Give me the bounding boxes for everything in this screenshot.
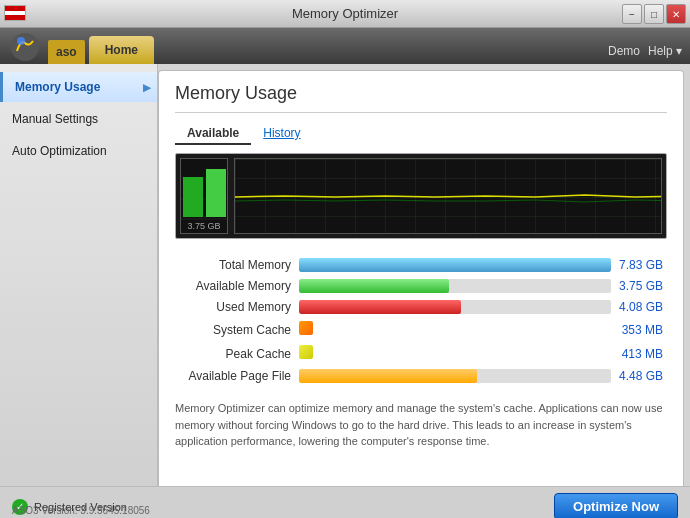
nav-bar: aso Home Demo Help ▾ bbox=[0, 28, 690, 64]
mem-label-system-cache: System Cache bbox=[175, 319, 295, 340]
nav-tab-home[interactable]: Home bbox=[89, 36, 154, 64]
description-text: Memory Optimizer can optimize memory and… bbox=[175, 400, 667, 450]
system-cache-icon bbox=[299, 321, 313, 335]
title-bar: Memory Optimizer − □ ✕ bbox=[0, 0, 690, 28]
table-row: Peak Cache 413 MB bbox=[175, 343, 667, 364]
sidebar-label-auto-optimization: Auto Optimization bbox=[12, 144, 107, 158]
svg-rect-5 bbox=[183, 177, 203, 217]
mem-label-total: Total Memory bbox=[175, 256, 295, 274]
app-icon bbox=[8, 30, 42, 64]
sidebar-label-memory-usage: Memory Usage bbox=[15, 80, 100, 94]
svg-point-1 bbox=[17, 37, 25, 45]
nav-links: Demo Help ▾ bbox=[608, 44, 682, 58]
table-row: Available Memory 3.75 GB bbox=[175, 277, 667, 295]
main-chart bbox=[234, 158, 662, 234]
bottom-bar: ✓ Registered Version Optimize Now Check … bbox=[0, 486, 690, 518]
mem-value-available: 3.75 GB bbox=[615, 277, 667, 295]
mem-value-page-file: 4.48 GB bbox=[615, 367, 667, 385]
svg-rect-6 bbox=[206, 169, 226, 217]
main-area: Memory Usage ▶ Manual Settings Auto Opti… bbox=[0, 64, 690, 486]
content-tabs: Available History bbox=[175, 123, 667, 145]
flag-icon bbox=[4, 5, 26, 21]
mem-label-available: Available Memory bbox=[175, 277, 295, 295]
page-title: Memory Usage bbox=[175, 83, 667, 113]
sidebar: Memory Usage ▶ Manual Settings Auto Opti… bbox=[0, 64, 158, 486]
maximize-button[interactable]: □ bbox=[644, 4, 664, 24]
tab-history[interactable]: History bbox=[251, 123, 312, 145]
mem-value-used: 4.08 GB bbox=[615, 298, 667, 316]
mini-chart-label: 3.75 GB bbox=[181, 221, 227, 231]
peak-cache-icon bbox=[299, 345, 313, 359]
table-row: Used Memory 4.08 GB bbox=[175, 298, 667, 316]
window-controls: − □ ✕ bbox=[622, 4, 686, 24]
mem-value-system-cache: 353 MB bbox=[615, 319, 667, 340]
optimize-now-button[interactable]: Optimize Now bbox=[554, 493, 678, 518]
mem-label-page-file: Available Page File bbox=[175, 367, 295, 385]
sidebar-label-manual-settings: Manual Settings bbox=[12, 112, 98, 126]
tab-available[interactable]: Available bbox=[175, 123, 251, 145]
chevron-right-icon: ▶ bbox=[143, 82, 151, 93]
table-row: System Cache 353 MB bbox=[175, 319, 667, 340]
nav-brand: aso bbox=[48, 40, 85, 64]
memory-stats-table: Total Memory 7.83 GB Available Memory bbox=[175, 253, 667, 388]
mem-value-total: 7.83 GB bbox=[615, 256, 667, 274]
demo-link[interactable]: Demo bbox=[608, 44, 640, 58]
help-link[interactable]: Help ▾ bbox=[648, 44, 682, 58]
mem-value-peak-cache: 413 MB bbox=[615, 343, 667, 364]
sidebar-item-auto-optimization[interactable]: Auto Optimization bbox=[0, 136, 157, 166]
sidebar-item-manual-settings[interactable]: Manual Settings bbox=[0, 104, 157, 134]
memory-chart-container: 3.75 GB bbox=[175, 153, 667, 239]
close-button[interactable]: ✕ bbox=[666, 4, 686, 24]
mem-label-peak-cache: Peak Cache bbox=[175, 343, 295, 364]
mini-chart: 3.75 GB bbox=[180, 158, 228, 234]
nav-logo bbox=[8, 30, 44, 64]
mem-label-used: Used Memory bbox=[175, 298, 295, 316]
sidebar-item-memory-usage[interactable]: Memory Usage ▶ bbox=[0, 72, 157, 102]
content-panel: Memory Usage Available History 3.75 GB bbox=[158, 70, 684, 486]
table-row: Available Page File 4.48 GB bbox=[175, 367, 667, 385]
version-text: ASO3 Version: 3.9.3645.18056 bbox=[12, 505, 150, 516]
table-row: Total Memory 7.83 GB bbox=[175, 256, 667, 274]
minimize-button[interactable]: − bbox=[622, 4, 642, 24]
svg-point-0 bbox=[11, 33, 39, 61]
window-title: Memory Optimizer bbox=[292, 6, 398, 21]
